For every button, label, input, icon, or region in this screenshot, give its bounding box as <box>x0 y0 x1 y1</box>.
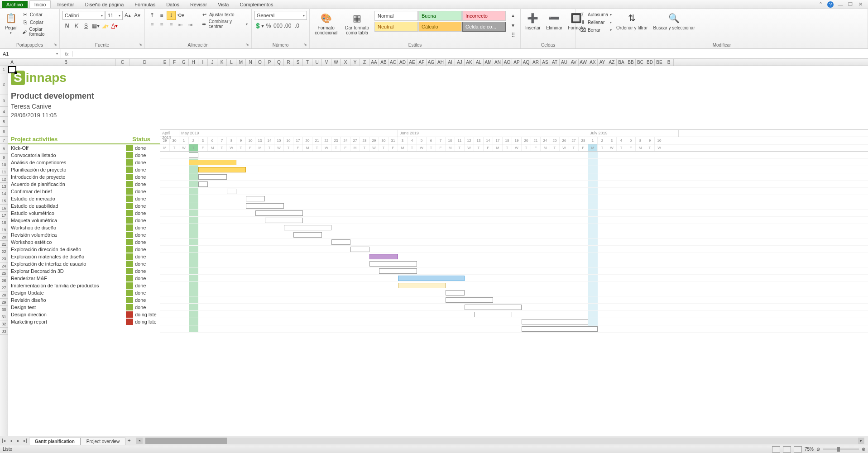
gantt-bar[interactable] <box>227 189 236 194</box>
col-header[interactable]: H <box>189 59 198 66</box>
minimize-icon[interactable]: — <box>837 1 844 8</box>
align-launcher-icon[interactable]: ⬊ <box>246 43 250 47</box>
col-header[interactable]: C <box>116 59 129 66</box>
col-header[interactable]: K <box>217 59 227 66</box>
dec-decimal-icon[interactable]: .0 <box>293 21 302 30</box>
gantt-bar[interactable] <box>446 290 465 296</box>
activity-row[interactable]: Workshop de diseñodone <box>8 224 160 231</box>
tab-formulas[interactable]: Fórmulas <box>130 1 160 8</box>
scroll-right-icon[interactable]: ▸ <box>858 438 864 444</box>
sheet-nav-prev-icon[interactable]: ◂ <box>7 437 14 444</box>
gantt-bar[interactable] <box>369 261 417 267</box>
col-header[interactable]: AY <box>598 59 607 66</box>
activity-row[interactable]: Confirmar del briefdone <box>8 188 160 195</box>
gantt-bar[interactable] <box>198 174 227 180</box>
gantt-bar[interactable] <box>293 232 322 238</box>
underline-icon[interactable]: S <box>82 21 91 30</box>
col-header[interactable]: V <box>322 59 331 66</box>
col-header[interactable]: R <box>284 59 293 66</box>
gantt-bar[interactable] <box>369 254 398 259</box>
gantt-bar[interactable] <box>284 225 331 230</box>
col-header[interactable]: BD <box>645 59 655 66</box>
col-header[interactable]: AO <box>503 59 512 66</box>
activity-row[interactable]: Exploración dirección de diseñodone <box>8 246 160 253</box>
activity-row[interactable]: Planificación de proyectodone <box>8 166 160 173</box>
activity-row[interactable]: Kick-Offdone <box>8 144 160 152</box>
styles-down-icon[interactable]: ▾ <box>508 21 518 30</box>
col-header[interactable]: AU <box>560 59 569 66</box>
row-header[interactable]: 4 <box>0 107 8 117</box>
dec-indent-icon[interactable]: ⇤ <box>176 20 185 29</box>
gantt-bar[interactable] <box>522 326 598 332</box>
row-header[interactable]: 30 <box>0 306 8 313</box>
zoom-slider[interactable] <box>823 448 859 450</box>
col-header[interactable]: Y <box>350 59 360 66</box>
gantt-bar[interactable] <box>522 319 588 324</box>
cond-format-button[interactable]: 🎨Formato condicional <box>312 11 340 36</box>
thousands-icon[interactable]: 000 <box>273 21 283 30</box>
col-header[interactable]: AH <box>436 59 446 66</box>
help-icon[interactable]: ? <box>827 1 834 8</box>
clipboard-launcher-icon[interactable]: ⬊ <box>54 43 58 47</box>
col-header[interactable]: AC <box>388 59 398 66</box>
row-header[interactable]: 31 <box>0 313 8 320</box>
row-header[interactable]: 7 <box>0 137 8 144</box>
align-center-icon[interactable]: ≡ <box>157 20 166 29</box>
col-header[interactable]: AJ <box>455 59 465 66</box>
font-size-select[interactable]: 11▾ <box>106 11 123 20</box>
row-header[interactable]: 22 <box>0 248 8 255</box>
gantt-bar[interactable] <box>255 210 303 216</box>
col-header[interactable]: O <box>255 59 265 66</box>
gantt-bar[interactable] <box>246 203 284 209</box>
row-header[interactable]: 11 <box>0 168 8 176</box>
number-launcher-icon[interactable]: ⬊ <box>304 43 308 47</box>
format-painter-button[interactable]: 🖌Copiar formato <box>21 26 57 37</box>
fx-icon[interactable]: fx <box>61 51 73 57</box>
row-header[interactable]: 14 <box>0 190 8 197</box>
col-header[interactable]: D <box>129 59 160 66</box>
gantt-bar[interactable] <box>379 268 417 274</box>
row-header[interactable]: 2 <box>0 73 8 95</box>
row-header[interactable]: 26 <box>0 277 8 284</box>
row-header[interactable]: 10 <box>0 161 8 168</box>
col-header[interactable]: F <box>170 59 179 66</box>
zoom-in-icon[interactable]: ⊕ <box>862 447 865 452</box>
col-header[interactable]: L <box>227 59 236 66</box>
row-header[interactable]: 20 <box>0 234 8 241</box>
col-header[interactable]: M <box>236 59 246 66</box>
activity-row[interactable]: Revisión volumétricadone <box>8 231 160 238</box>
align-left-icon[interactable]: ≡ <box>148 20 157 29</box>
tab-review[interactable]: Revisar <box>186 1 211 8</box>
style-normal[interactable]: Normal <box>374 11 418 21</box>
tab-addins[interactable]: Complementos <box>235 1 278 8</box>
col-header[interactable]: AZ <box>607 59 617 66</box>
horizontal-scrollbar[interactable]: ◂ ▸ <box>136 438 864 444</box>
clear-button[interactable]: ⌫Borrar▾ <box>579 26 613 33</box>
orientation-icon[interactable]: ⟲▾ <box>176 11 185 20</box>
tab-data[interactable]: Datos <box>162 1 184 8</box>
col-header[interactable]: AK <box>465 59 474 66</box>
view-break-icon[interactable] <box>794 446 802 453</box>
delete-cells-button[interactable]: ➖Eliminar <box>544 11 564 31</box>
col-header[interactable]: AB <box>379 59 388 66</box>
activity-row[interactable]: Exploración materiales de diseñodone <box>8 253 160 260</box>
gantt-bar[interactable] <box>246 196 265 201</box>
gantt-bar[interactable] <box>446 297 493 303</box>
style-celda[interactable]: Celda de co... <box>462 22 506 32</box>
cut-button[interactable]: ✂Cortar <box>21 11 57 18</box>
inc-indent-icon[interactable]: ⇥ <box>186 20 195 29</box>
gantt-bar[interactable] <box>198 181 208 187</box>
sheet-tab-overview[interactable]: Project overview <box>81 438 125 445</box>
view-layout-icon[interactable] <box>783 446 791 453</box>
percent-icon[interactable]: % <box>264 21 273 30</box>
activity-row[interactable]: Maqueta volumétricadone <box>8 217 160 224</box>
merge-center-button[interactable]: ⬌Combinar y centrar▾ <box>200 19 249 29</box>
col-header[interactable]: BE <box>655 59 664 66</box>
col-header[interactable]: BC <box>636 59 645 66</box>
gantt-bar[interactable] <box>189 153 198 158</box>
col-header[interactable]: Q <box>274 59 284 66</box>
activity-row[interactable]: Revisión diseñodone <box>8 296 160 304</box>
scroll-left-icon[interactable]: ◂ <box>136 438 143 444</box>
activity-row[interactable]: Estudio de mercadodone <box>8 195 160 202</box>
col-header[interactable]: BA <box>617 59 626 66</box>
